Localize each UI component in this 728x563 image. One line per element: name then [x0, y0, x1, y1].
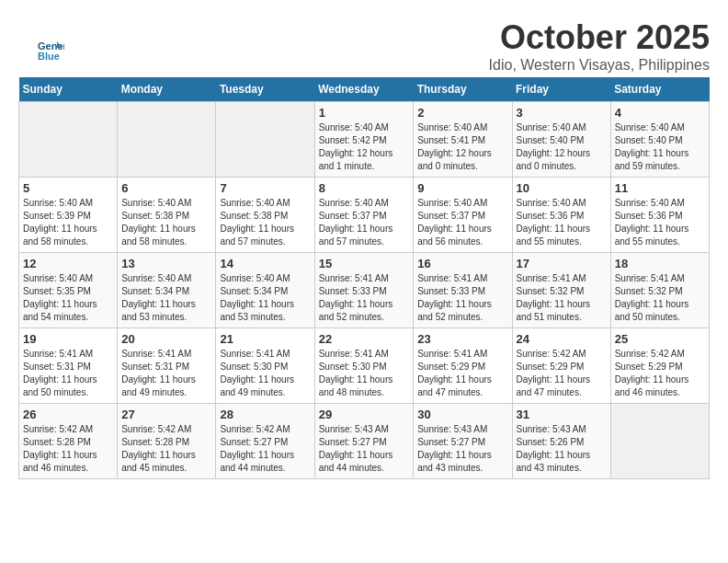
- col-sunday: Sunday: [19, 77, 118, 102]
- calendar-cell: 26Sunrise: 5:42 AM Sunset: 5:28 PM Dayli…: [19, 404, 118, 479]
- day-number: 13: [121, 257, 211, 270]
- day-number: 26: [23, 408, 113, 421]
- calendar-cell: [19, 102, 118, 178]
- calendar-cell: 25Sunrise: 5:42 AM Sunset: 5:29 PM Dayli…: [610, 328, 709, 404]
- calendar-cell: 29Sunrise: 5:43 AM Sunset: 5:27 PM Dayli…: [314, 404, 414, 479]
- day-info: Sunrise: 5:40 AM Sunset: 5:40 PM Dayligh…: [615, 121, 705, 173]
- day-info: Sunrise: 5:43 AM Sunset: 5:26 PM Dayligh…: [517, 423, 607, 475]
- day-info: Sunrise: 5:42 AM Sunset: 5:28 PM Dayligh…: [23, 423, 113, 475]
- calendar-cell: 22Sunrise: 5:41 AM Sunset: 5:30 PM Dayli…: [314, 328, 414, 404]
- day-info: Sunrise: 5:41 AM Sunset: 5:29 PM Dayligh…: [417, 348, 507, 399]
- day-number: 7: [220, 181, 310, 195]
- week-row-3: 19Sunrise: 5:41 AM Sunset: 5:31 PM Dayli…: [19, 328, 710, 404]
- day-number: 19: [23, 332, 113, 346]
- day-info: Sunrise: 5:41 AM Sunset: 5:31 PM Dayligh…: [121, 348, 211, 399]
- col-tuesday: Tuesday: [216, 77, 314, 102]
- day-number: 2: [417, 106, 507, 120]
- header-row: Sunday Monday Tuesday Wednesday Thursday…: [19, 77, 710, 102]
- calendar-cell: 3Sunrise: 5:40 AM Sunset: 5:40 PM Daylig…: [512, 102, 610, 178]
- logo: General Blue: [37, 37, 68, 64]
- day-info: Sunrise: 5:41 AM Sunset: 5:30 PM Dayligh…: [319, 348, 410, 399]
- day-info: Sunrise: 5:40 AM Sunset: 5:41 PM Dayligh…: [417, 121, 507, 173]
- svg-text:Blue: Blue: [38, 51, 60, 62]
- calendar-cell: 15Sunrise: 5:41 AM Sunset: 5:33 PM Dayli…: [314, 253, 414, 328]
- day-number: 29: [319, 408, 410, 421]
- calendar-table: Sunday Monday Tuesday Wednesday Thursday…: [18, 77, 710, 479]
- calendar-cell: 5Sunrise: 5:40 AM Sunset: 5:39 PM Daylig…: [19, 178, 118, 253]
- calendar-cell: [216, 102, 314, 178]
- day-info: Sunrise: 5:42 AM Sunset: 5:28 PM Dayligh…: [121, 423, 211, 475]
- day-info: Sunrise: 5:40 AM Sunset: 5:42 PM Dayligh…: [319, 121, 410, 173]
- day-number: 4: [615, 106, 705, 120]
- calendar-cell: 24Sunrise: 5:42 AM Sunset: 5:29 PM Dayli…: [512, 328, 610, 404]
- col-friday: Friday: [512, 77, 610, 102]
- day-info: Sunrise: 5:40 AM Sunset: 5:34 PM Dayligh…: [220, 272, 310, 324]
- calendar-cell: 9Sunrise: 5:40 AM Sunset: 5:37 PM Daylig…: [414, 178, 512, 253]
- logo-icon: General Blue: [37, 37, 64, 64]
- day-info: Sunrise: 5:41 AM Sunset: 5:33 PM Dayligh…: [319, 272, 410, 324]
- calendar-cell: 4Sunrise: 5:40 AM Sunset: 5:40 PM Daylig…: [610, 102, 709, 178]
- day-number: 6: [121, 181, 211, 195]
- col-thursday: Thursday: [414, 77, 512, 102]
- day-number: 27: [121, 408, 211, 421]
- day-info: Sunrise: 5:40 AM Sunset: 5:37 PM Dayligh…: [417, 197, 507, 248]
- day-info: Sunrise: 5:42 AM Sunset: 5:27 PM Dayligh…: [220, 423, 310, 475]
- day-number: 18: [615, 257, 705, 270]
- col-saturday: Saturday: [610, 77, 709, 102]
- day-info: Sunrise: 5:40 AM Sunset: 5:40 PM Dayligh…: [517, 121, 607, 173]
- day-info: Sunrise: 5:42 AM Sunset: 5:29 PM Dayligh…: [615, 348, 705, 399]
- day-info: Sunrise: 5:41 AM Sunset: 5:32 PM Dayligh…: [615, 272, 705, 324]
- day-info: Sunrise: 5:41 AM Sunset: 5:33 PM Dayligh…: [417, 272, 507, 324]
- day-info: Sunrise: 5:40 AM Sunset: 5:35 PM Dayligh…: [23, 272, 113, 324]
- calendar-cell: 27Sunrise: 5:42 AM Sunset: 5:28 PM Dayli…: [118, 404, 216, 479]
- calendar-cell: 30Sunrise: 5:43 AM Sunset: 5:27 PM Dayli…: [414, 404, 512, 479]
- calendar-cell: 19Sunrise: 5:41 AM Sunset: 5:31 PM Dayli…: [19, 328, 118, 404]
- day-number: 31: [517, 408, 607, 421]
- day-info: Sunrise: 5:40 AM Sunset: 5:37 PM Dayligh…: [319, 197, 410, 248]
- calendar-cell: 7Sunrise: 5:40 AM Sunset: 5:38 PM Daylig…: [216, 178, 314, 253]
- day-info: Sunrise: 5:41 AM Sunset: 5:30 PM Dayligh…: [220, 348, 310, 399]
- day-number: 9: [417, 181, 507, 195]
- day-number: 28: [220, 408, 310, 421]
- week-row-0: 1Sunrise: 5:40 AM Sunset: 5:42 PM Daylig…: [19, 102, 710, 178]
- week-row-2: 12Sunrise: 5:40 AM Sunset: 5:35 PM Dayli…: [19, 253, 710, 328]
- calendar-cell: 16Sunrise: 5:41 AM Sunset: 5:33 PM Dayli…: [414, 253, 512, 328]
- page-subtitle: Idio, Western Visayas, Philippines: [18, 57, 710, 74]
- day-number: 24: [517, 332, 607, 346]
- day-number: 21: [220, 332, 310, 346]
- day-info: Sunrise: 5:41 AM Sunset: 5:31 PM Dayligh…: [23, 348, 113, 399]
- day-number: 5: [23, 181, 113, 195]
- page-title: October 2025: [18, 18, 710, 57]
- day-number: 8: [319, 181, 410, 195]
- day-number: 1: [319, 106, 410, 120]
- calendar-cell: [610, 404, 709, 479]
- day-info: Sunrise: 5:40 AM Sunset: 5:34 PM Dayligh…: [121, 272, 211, 324]
- week-row-1: 5Sunrise: 5:40 AM Sunset: 5:39 PM Daylig…: [19, 178, 710, 253]
- day-info: Sunrise: 5:43 AM Sunset: 5:27 PM Dayligh…: [319, 423, 410, 475]
- col-monday: Monday: [118, 77, 216, 102]
- calendar-cell: 14Sunrise: 5:40 AM Sunset: 5:34 PM Dayli…: [216, 253, 314, 328]
- day-info: Sunrise: 5:40 AM Sunset: 5:38 PM Dayligh…: [121, 197, 211, 248]
- day-number: 23: [417, 332, 507, 346]
- day-number: 16: [417, 257, 507, 270]
- day-number: 14: [220, 257, 310, 270]
- day-info: Sunrise: 5:40 AM Sunset: 5:36 PM Dayligh…: [517, 197, 607, 248]
- calendar-cell: 13Sunrise: 5:40 AM Sunset: 5:34 PM Dayli…: [118, 253, 216, 328]
- calendar-cell: 31Sunrise: 5:43 AM Sunset: 5:26 PM Dayli…: [512, 404, 610, 479]
- col-wednesday: Wednesday: [314, 77, 414, 102]
- day-number: 12: [23, 257, 113, 270]
- day-number: 20: [121, 332, 211, 346]
- day-number: 11: [615, 181, 705, 195]
- day-info: Sunrise: 5:41 AM Sunset: 5:32 PM Dayligh…: [517, 272, 607, 324]
- day-info: Sunrise: 5:40 AM Sunset: 5:39 PM Dayligh…: [23, 197, 113, 248]
- calendar-cell: 12Sunrise: 5:40 AM Sunset: 5:35 PM Dayli…: [19, 253, 118, 328]
- calendar-cell: 20Sunrise: 5:41 AM Sunset: 5:31 PM Dayli…: [118, 328, 216, 404]
- day-number: 3: [517, 106, 607, 120]
- calendar-cell: 21Sunrise: 5:41 AM Sunset: 5:30 PM Dayli…: [216, 328, 314, 404]
- calendar-cell: 11Sunrise: 5:40 AM Sunset: 5:36 PM Dayli…: [610, 178, 709, 253]
- calendar-cell: 10Sunrise: 5:40 AM Sunset: 5:36 PM Dayli…: [512, 178, 610, 253]
- calendar-cell: 2Sunrise: 5:40 AM Sunset: 5:41 PM Daylig…: [414, 102, 512, 178]
- week-row-4: 26Sunrise: 5:42 AM Sunset: 5:28 PM Dayli…: [19, 404, 710, 479]
- page-header: October 2025 Idio, Western Visayas, Phil…: [18, 18, 710, 74]
- day-number: 30: [417, 408, 507, 421]
